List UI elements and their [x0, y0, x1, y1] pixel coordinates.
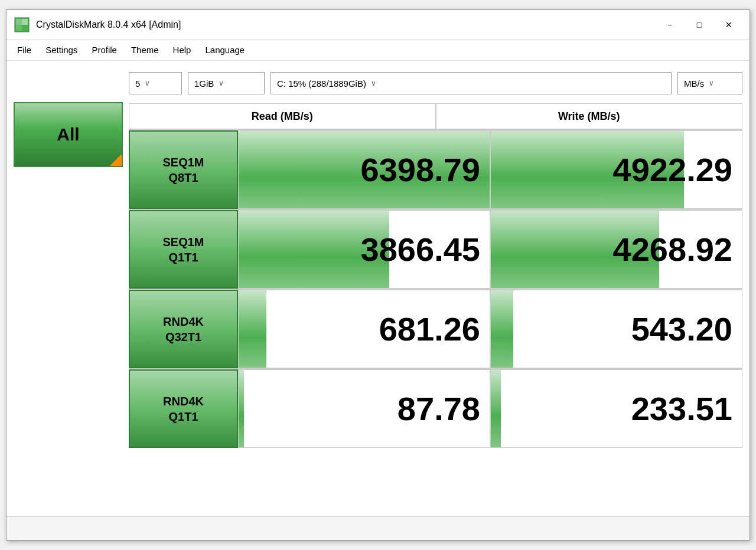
table-header: Read (MB/s) Write (MB/s)	[129, 103, 742, 129]
row-label: RND4KQ32T1	[129, 290, 238, 368]
row-label: SEQ1MQ1T1	[129, 210, 238, 289]
read-cell: 6398.79	[238, 130, 490, 209]
write-value: 4922.29	[613, 150, 732, 189]
read-value: 3866.45	[361, 230, 480, 269]
svg-rect-1	[16, 19, 22, 25]
read-value: 681.26	[379, 310, 480, 348]
write-cell: 4268.92	[490, 210, 742, 289]
runs-dropdown[interactable]: 5 ∨	[129, 72, 182, 94]
unit-value: MB/s	[684, 78, 704, 89]
read-value: 6398.79	[361, 150, 480, 189]
svg-rect-2	[22, 19, 28, 25]
main-content: All 5 ∨ 1GiB ∨	[6, 61, 750, 516]
data-rows: SEQ1MQ8T16398.794922.29SEQ1MQ1T13866.454…	[129, 129, 742, 448]
write-value: 233.51	[631, 389, 732, 428]
write-header: Write (MB/s)	[436, 103, 743, 129]
runs-arrow-icon: ∨	[145, 79, 150, 87]
menu-theme[interactable]: Theme	[125, 42, 165, 57]
menu-bar: File Settings Profile Theme Help Languag…	[6, 40, 750, 61]
table-row: SEQ1MQ8T16398.794922.29	[129, 129, 742, 209]
drive-dropdown[interactable]: C: 15% (288/1889GiB) ∨	[271, 72, 672, 94]
read-cell: 87.78	[238, 369, 490, 448]
window-title: CrystalDiskMark 8.0.4 x64 [Admin]	[36, 19, 181, 30]
read-header: Read (MB/s)	[129, 103, 436, 129]
size-arrow-icon: ∨	[219, 79, 224, 87]
write-cell: 4922.29	[490, 130, 742, 209]
app-icon	[14, 17, 30, 33]
write-value: 4268.92	[613, 230, 732, 269]
status-bar	[6, 516, 750, 540]
svg-rect-4	[22, 25, 28, 31]
drive-value: C: 15% (288/1889GiB)	[277, 78, 366, 89]
close-button[interactable]: ✕	[715, 15, 742, 34]
maximize-button[interactable]: □	[686, 15, 713, 34]
main-window: CrystalDiskMark 8.0.4 x64 [Admin] − □ ✕ …	[6, 9, 750, 541]
all-button[interactable]: All	[14, 102, 123, 167]
unit-dropdown[interactable]: MB/s ∨	[677, 72, 742, 94]
size-dropdown[interactable]: 1GiB ∨	[188, 72, 265, 94]
read-cell: 681.26	[238, 290, 490, 368]
read-value: 87.78	[397, 389, 480, 428]
row-label: SEQ1MQ8T1	[129, 130, 238, 209]
write-cell: 233.51	[490, 369, 742, 448]
title-bar-left: CrystalDiskMark 8.0.4 x64 [Admin]	[14, 17, 181, 33]
title-bar: CrystalDiskMark 8.0.4 x64 [Admin] − □ ✕	[6, 10, 750, 40]
menu-profile[interactable]: Profile	[86, 42, 123, 57]
menu-file[interactable]: File	[11, 42, 37, 57]
menu-settings[interactable]: Settings	[40, 42, 83, 57]
write-cell: 543.20	[490, 290, 742, 368]
table-row: RND4KQ32T1681.26543.20	[129, 289, 742, 368]
title-bar-controls: − □ ✕	[656, 15, 742, 34]
svg-rect-3	[16, 25, 22, 31]
table-row: SEQ1MQ1T13866.454268.92	[129, 209, 742, 289]
table-row: RND4KQ1T187.78233.51	[129, 368, 742, 448]
menu-language[interactable]: Language	[199, 42, 250, 57]
unit-arrow-icon: ∨	[709, 79, 714, 87]
row-label: RND4KQ1T1	[129, 369, 238, 448]
read-cell: 3866.45	[238, 210, 490, 289]
size-value: 1GiB	[194, 78, 214, 89]
write-value: 543.20	[631, 310, 732, 348]
minimize-button[interactable]: −	[656, 15, 683, 34]
menu-help[interactable]: Help	[167, 42, 197, 57]
drive-arrow-icon: ∨	[371, 79, 376, 87]
runs-value: 5	[135, 78, 140, 89]
